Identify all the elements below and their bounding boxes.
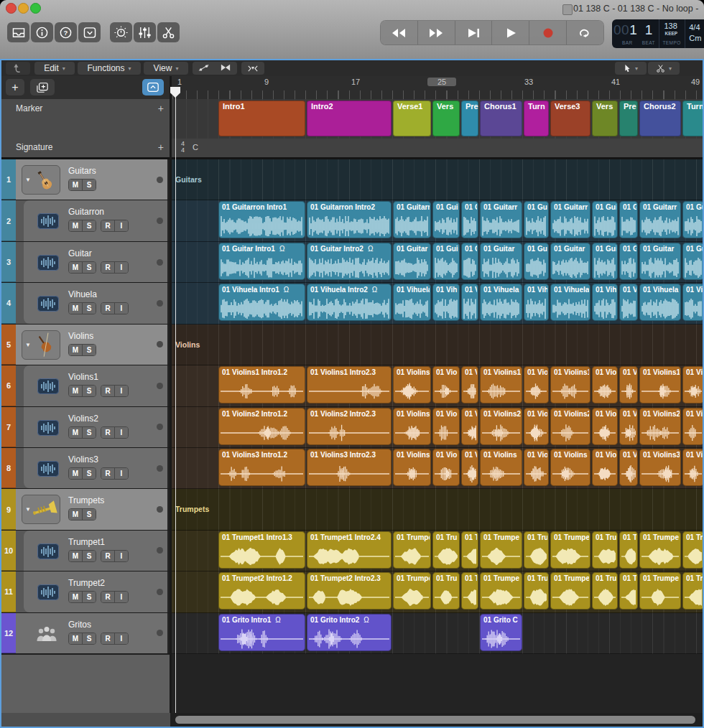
region-01-g[interactable]: 01 G	[461, 243, 478, 280]
region-01-vio[interactable]: 01 Vio	[592, 449, 618, 486]
record-enable-button[interactable]: R	[101, 551, 114, 561]
region-01-vihuela[interactable]: 01 Vihuela	[550, 284, 590, 321]
input-monitor-button[interactable]: I	[114, 303, 128, 314]
editors-scissors-button[interactable]	[157, 22, 180, 42]
region-01-tru[interactable]: 01 Tru	[592, 572, 618, 610]
record-enable-button[interactable]: R	[101, 303, 114, 314]
region-01-guitar-intro1[interactable]: 01 Guitar Intro1Ω	[218, 243, 305, 280]
solo-button[interactable]: S	[82, 509, 96, 520]
region-01-vi[interactable]: 01 Vi	[461, 284, 478, 321]
input-monitor-button[interactable]: I	[114, 468, 128, 479]
region-01-grito-intro2[interactable]: 01 Grito Intro2Ω	[307, 614, 392, 651]
region-01-trumpet2-intro2.3[interactable]: 01 Trumpet2 Intro2.3	[307, 572, 392, 610]
region-01-gui[interactable]: 01 Gui	[592, 201, 618, 238]
region-01-vi[interactable]: 01 Vi	[682, 408, 704, 445]
region-01-violins1-intro2.3[interactable]: 01 Violins1 Intro2.3	[307, 366, 392, 403]
forward-button[interactable]	[418, 21, 455, 45]
region-01-violins2-intro2.3[interactable]: 01 Violins2 Intro2.3	[307, 408, 392, 445]
track-name[interactable]: Trumpets	[68, 495, 104, 505]
region-01-tr[interactable]: 01 Tr	[461, 572, 478, 610]
add-track-button[interactable]: +	[6, 79, 24, 95]
solo-button[interactable]: S	[82, 220, 96, 231]
edit-menu[interactable]: Edit▾	[34, 62, 75, 75]
track-header-violins3[interactable]: 8Violins3MSRI	[0, 448, 170, 489]
region-01-trumpe[interactable]: 01 Trumpe	[393, 572, 431, 610]
region-01-v[interactable]: 01 V	[619, 284, 638, 321]
track-header-trumpet2[interactable]: 11Trumpet2MSRI	[0, 571, 170, 612]
marker-vers[interactable]: Vers	[592, 101, 618, 136]
region-01-v[interactable]: 01 V	[619, 449, 638, 486]
solo-button[interactable]: S	[82, 386, 96, 396]
track-icon-box[interactable]: ▼	[22, 165, 60, 195]
region-01-trumpet1-intro2.4[interactable]: 01 Trumpet1 Intro2.4	[307, 531, 392, 569]
track-header-guitar[interactable]: 3GuitarMSRI	[0, 242, 170, 283]
region-01-gui[interactable]: 01 Gui	[592, 243, 618, 280]
track-header-violins1[interactable]: 6Violins1MSRI	[0, 365, 170, 406]
cycle-button[interactable]	[567, 21, 603, 45]
region-01-guitar[interactable]: 01 Guitar	[639, 243, 681, 280]
region-01-guitar-v[interactable]: 01 Guitar V	[393, 243, 431, 280]
disclosure-triangle-icon[interactable]: ▼	[25, 506, 31, 513]
region-01-vio[interactable]: 01 Vio	[432, 449, 460, 486]
region-01-vihuela[interactable]: 01 Vihuela	[480, 284, 522, 321]
track-name[interactable]: Trumpet1	[68, 537, 105, 547]
region-01-v[interactable]: 01 V	[619, 366, 638, 403]
region-01-violins3-intro1.2[interactable]: 01 Violins3 Intro1.2	[218, 449, 305, 486]
track-icon-box[interactable]: ▼	[22, 495, 60, 524]
track-header-violins[interactable]: 5▼ViolinsMS	[0, 325, 170, 365]
input-monitor-button[interactable]: I	[114, 386, 128, 396]
region-01-guitarr[interactable]: 01 Guitarr	[550, 201, 590, 238]
region-01-violins[interactable]: 01 Violins	[480, 449, 522, 486]
quick-help-button[interactable]: ?	[55, 22, 77, 42]
region-01-violins3[interactable]: 01 Violins3	[393, 449, 431, 486]
zoom-window-button[interactable]	[30, 3, 41, 14]
track-header-guitars[interactable]: 1▼GuitarsMS	[0, 159, 170, 200]
mixer-button[interactable]	[134, 22, 156, 42]
region-01-grito-c[interactable]: 01 Grito C	[480, 614, 522, 651]
marker-vers[interactable]: Vers	[432, 101, 460, 136]
lcd-display[interactable]: 001 BAR 1 BEAT 138 KEEP TEMPO 4/4 Cm	[612, 19, 704, 48]
mute-button[interactable]: M	[69, 220, 82, 231]
marker-intro2[interactable]: Intro2	[307, 101, 392, 136]
disclosure-triangle-icon[interactable]: ▼	[25, 177, 31, 183]
bar-ruler[interactable]: 191725334149	[170, 76, 704, 99]
region-01-guitarr[interactable]: 01 Guitarr	[393, 201, 431, 238]
region-01-vihuela[interactable]: 01 Vihuela	[639, 284, 681, 321]
mute-button[interactable]: M	[69, 551, 82, 561]
solo-button[interactable]: S	[82, 345, 96, 355]
mute-button[interactable]: M	[69, 592, 82, 602]
signature-track-header[interactable]: Signature +	[1, 139, 170, 157]
region-01-guitarr[interactable]: 01 Guitarr	[480, 201, 522, 238]
region-01-trumpe[interactable]: 01 Trumpe	[480, 531, 522, 569]
record-enable-button[interactable]: R	[101, 633, 114, 644]
region-01-guitar[interactable]: 01 Guitar	[550, 243, 590, 280]
region-01-guitar-intro2[interactable]: 01 Guitar Intro2Ω	[307, 243, 392, 280]
region-01-t[interactable]: 01 T	[619, 531, 638, 569]
region-01-vih[interactable]: 01 Vih	[524, 284, 549, 321]
marker-intro1[interactable]: Intro1	[218, 101, 305, 136]
skip-end-button[interactable]	[455, 21, 493, 45]
region-01-gui[interactable]: 01 Gui	[524, 201, 549, 238]
track-name[interactable]: Guitar	[68, 248, 92, 258]
region-01-violins1[interactable]: 01 Violins1	[393, 366, 431, 403]
mute-button[interactable]: M	[69, 303, 82, 314]
region-01-trumpe[interactable]: 01 Trumpe	[550, 572, 590, 610]
region-01-vi[interactable]: 01 Vi	[461, 366, 478, 403]
region-01-trumpe[interactable]: 01 Trumpe	[639, 572, 681, 610]
panel-divider[interactable]	[170, 76, 172, 713]
region-01-t[interactable]: 01 T	[619, 572, 638, 610]
region-01-violins[interactable]: 01 Violins	[550, 449, 590, 486]
solo-button[interactable]: S	[82, 427, 96, 438]
region-01-violins2[interactable]: 01 Violins2	[480, 408, 522, 445]
mute-button[interactable]: M	[69, 262, 82, 273]
record-enable-button[interactable]: R	[101, 592, 114, 602]
region-01-vi[interactable]: 01 Vi	[682, 284, 704, 321]
minimize-window-button[interactable]	[18, 3, 29, 14]
track-name[interactable]: Vihuela	[68, 289, 97, 299]
input-monitor-button[interactable]: I	[114, 262, 128, 273]
mute-button[interactable]: M	[69, 468, 82, 479]
back-arrow-button[interactable]	[6, 62, 30, 75]
track-name[interactable]: Violins3	[68, 454, 98, 465]
marker-verse1[interactable]: Verse1	[393, 101, 431, 136]
functions-menu[interactable]: Functions▾	[78, 62, 141, 75]
